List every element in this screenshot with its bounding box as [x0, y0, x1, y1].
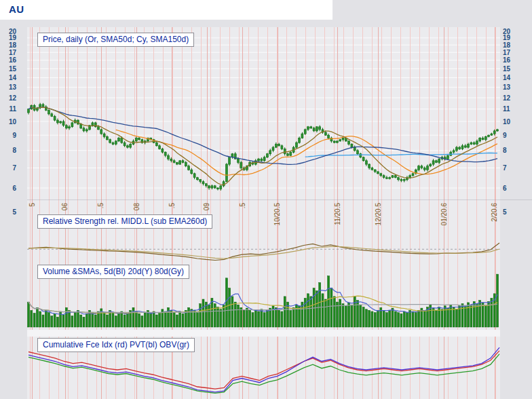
price-axis-left-tick: 17 [9, 49, 17, 56]
price-axis-right-tick: 11 [503, 105, 510, 113]
price-axis-right-tick: 16 [503, 56, 511, 64]
price-axis-right-tick: 7 [503, 164, 507, 172]
price-axis-left-tick: 15 [9, 65, 17, 73]
price-axis-right-tick: 12 [503, 94, 511, 102]
price-axis-left-tick: 6 [12, 185, 16, 192]
price-axis-left-tick: 18 [9, 41, 17, 49]
price-axis-left-tick: 10 [9, 118, 17, 126]
price-axis-left-tick: 9 [12, 132, 16, 139]
price-axis-right-tick: 10 [503, 118, 511, 126]
price-axis-right-tick: 13 [503, 83, 511, 91]
date-axis-tick: .5 [239, 203, 246, 209]
ticker-bar: AU [0, 0, 332, 20]
date-axis-tick: .5 [97, 203, 104, 209]
ticker-input[interactable]: AU [9, 3, 24, 15]
price-axis-right-tick: 17 [503, 49, 511, 56]
date-axis-tick: 11/20.5 [334, 203, 341, 225]
volume-panel-label: Volume &SMAs, 5d(Bl) 20d(Y) 80d(Gy) [37, 265, 189, 279]
date-axis-tick: 10/20.5 [273, 203, 281, 226]
price-axis-left-tick: 12 [9, 94, 17, 102]
panel-gap [27, 330, 500, 337]
price-axis-left-tick: 13 [9, 83, 17, 91]
price-axis-left-tick: 8 [12, 147, 16, 154]
price-axis-right-tick: 5 [503, 208, 507, 216]
cumulative-panel-label: Cumulative Fce Idx (rd) PVT(bl) OBV(gr) [37, 338, 195, 352]
date-axis-tick: 09 [203, 203, 210, 211]
price-axis-left-tick: 7 [12, 164, 16, 172]
price-axis-left-tick: 19 [9, 34, 17, 41]
date-axis-tick: 01/20.6 [440, 203, 448, 226]
price-axis-left-tick: 14 [9, 74, 17, 81]
price-axis-right-tick: 8 [503, 147, 507, 154]
price-axis-right-tick: 18 [503, 41, 511, 49]
date-axis-tick: .5 [168, 203, 176, 209]
price-axis-right-tick: 14 [503, 74, 511, 81]
relative-strength-panel-label: Relative Strength rel. MIDD.L (sub EMA26… [37, 214, 212, 229]
price-axis-left-tick: 5 [12, 208, 16, 216]
price-axis-left-tick: 16 [9, 56, 17, 64]
price-axis-right-tick: 6 [503, 185, 507, 192]
date-axis-tick: 5 [28, 203, 36, 207]
price-axis-right-tick: 19 [503, 34, 511, 41]
chart-page: 2020191918181717161615151414131312121111… [0, 0, 532, 399]
date-axis-tick: 06 [61, 203, 69, 211]
price-panel-label: Price, daily (Or, SMA50d; Cy, SMA150d) [37, 33, 194, 47]
price-axis-right-tick: 15 [503, 65, 511, 73]
date-axis-tick: 08 [133, 203, 140, 211]
date-axis-tick: 12/20.5 [375, 203, 382, 226]
price-axis-right-tick: 9 [503, 132, 507, 139]
date-axis-tick: 2/20.6 [491, 203, 498, 222]
price-axis-left-tick: 11 [9, 105, 16, 113]
